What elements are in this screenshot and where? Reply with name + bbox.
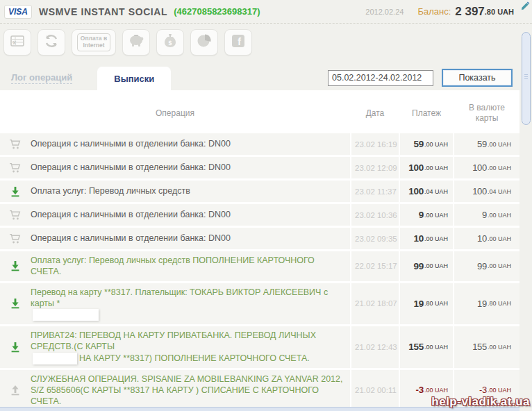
payment-amount: 155.00 UAH xyxy=(400,326,454,368)
payment-amount: 100.04 UAH xyxy=(400,181,454,202)
internet-payment-icon: Оплата вInternet xyxy=(77,33,110,51)
operation-datetime: 22.02 15:17 xyxy=(351,251,400,281)
operation-datetime: 21.02 18:07 xyxy=(351,283,400,325)
toolbar: X Оплата вInternet $ f xyxy=(0,24,532,58)
operation-description: Операция с наличными в отделении банка: … xyxy=(31,204,351,226)
card-currency-amount: 100.00 UAH xyxy=(454,157,519,178)
redaction-box xyxy=(33,309,99,321)
operation-description: СЛУЖЕБНАЯ ОПЕРАЦИЯ. SPISANIE ZA MOBILEBA… xyxy=(31,370,351,411)
money-bag-button[interactable]: $ xyxy=(156,29,184,56)
card-number: (4627085823698317) xyxy=(174,6,260,17)
refresh-icon xyxy=(43,33,60,51)
operation-datetime: 23.02 10:36 xyxy=(351,204,400,226)
header: VISA WSMVE INSTANT SOCIAL (4627085823698… xyxy=(0,0,532,24)
svg-text:f: f xyxy=(238,36,241,47)
operation-datetime: 23.02 12:09 xyxy=(351,157,400,178)
card-currency-amount: 10.00 UAH xyxy=(454,228,519,249)
svg-text:X: X xyxy=(13,40,17,46)
statement-table: Операция Дата Платеж В валюте карты Опер… xyxy=(0,90,519,411)
card-currency-amount: 59.00 UAH xyxy=(454,133,519,155)
operation-datetime: 23.02 16:19 xyxy=(351,133,400,155)
tabs-row: Лог операций Выписки Показать xyxy=(0,65,532,90)
piggy-bank-button[interactable] xyxy=(122,29,150,56)
facebook-button[interactable]: f xyxy=(224,29,252,56)
card-currency-amount: 100.04 UAH xyxy=(454,181,519,202)
table-row[interactable]: Операция с наличными в отделении банка: … xyxy=(0,133,519,155)
visa-logo: VISA xyxy=(4,5,32,19)
cart-icon xyxy=(0,157,31,178)
card-currency-amount: 9.00 UAH xyxy=(454,204,519,226)
table-row[interactable]: Операция с наличными в отделении банка: … xyxy=(0,157,519,178)
column-header-card-currency: В валюте карты xyxy=(454,103,519,124)
watermark: help-vladik.at.ua xyxy=(431,395,530,409)
table-row[interactable]: Перевод на карту **8317. Плательщик: ТОК… xyxy=(0,283,519,325)
table-row[interactable]: Оплата услуг: Перевод личных средств 23.… xyxy=(0,181,519,202)
operation-description: Перевод на карту **8317. Плательщик: ТОК… xyxy=(31,283,351,325)
balance-value: 2 397 xyxy=(455,5,485,19)
show-button[interactable]: Показать xyxy=(442,69,513,87)
column-header-date: Дата xyxy=(351,108,400,118)
card-statement-page: VISA WSMVE INSTANT SOCIAL (4627085823698… xyxy=(0,0,532,411)
edit-icon[interactable] xyxy=(520,1,530,11)
table-row[interactable]: Операция с наличными в отделении банка: … xyxy=(0,228,519,249)
tab-statements[interactable]: Выписки xyxy=(97,67,171,90)
refresh-button[interactable] xyxy=(38,29,65,56)
operation-description: Операция с наличными в отделении банка: … xyxy=(31,157,351,178)
pie-chart-button[interactable] xyxy=(190,29,218,56)
operation-datetime: 21.02 12:43 xyxy=(351,326,400,368)
transactions-list: Операция с наличными в отделении банка: … xyxy=(0,133,519,411)
operation-description: Оплата услуг: Перевод личных средств ПОП… xyxy=(31,251,351,281)
arrow-down-icon xyxy=(0,283,31,325)
piggy-bank-icon xyxy=(127,33,145,51)
excel-export-button[interactable]: X xyxy=(3,29,31,56)
column-header-payment: Платеж xyxy=(400,108,454,118)
payment-amount: 59.00 UAH xyxy=(400,133,454,155)
vertical-scrollbar-thumb[interactable] xyxy=(522,32,531,125)
table-row[interactable]: Оплата услуг: Перевод личных средств ПОП… xyxy=(0,251,519,281)
column-header-operation: Операция xyxy=(0,108,351,118)
operation-description: ПРИВАТ24: ПЕРЕВОД НА КАРТУ ПРИВАТБАНКА. … xyxy=(31,326,351,368)
internet-payment-button[interactable]: Оплата вInternet xyxy=(72,29,116,56)
table-row[interactable]: ПРИВАТ24: ПЕРЕВОД НА КАРТУ ПРИВАТБАНКА. … xyxy=(0,326,519,368)
table-row[interactable]: Операция с наличными в отделении банка: … xyxy=(0,204,519,226)
card-name: WSMVE INSTANT SOCIAL xyxy=(39,6,167,17)
arrow-up-icon xyxy=(0,370,31,411)
current-date: 2012.02.24 xyxy=(365,8,404,16)
operation-datetime: 23.02 09:35 xyxy=(351,228,400,249)
operation-description: Оплата услуг: Перевод личных средств xyxy=(31,181,351,202)
pie-chart-icon xyxy=(196,33,213,51)
payment-amount: 100.00 UAH xyxy=(400,157,454,178)
cart-icon xyxy=(0,228,31,249)
operation-datetime: 21.02 00:11 xyxy=(351,370,400,411)
arrow-down-icon xyxy=(0,181,31,202)
payment-amount: 10.00 UAH xyxy=(400,228,454,249)
balance-fraction: .80 UAH xyxy=(485,8,514,16)
arrow-down-icon xyxy=(0,326,31,368)
redaction-box xyxy=(33,353,77,364)
money-bag-icon: $ xyxy=(162,33,178,52)
operation-datetime: 23.02 11:37 xyxy=(351,181,400,202)
tab-operations-log[interactable]: Лог операций xyxy=(11,72,72,84)
card-currency-amount: 19.80 UAH xyxy=(454,283,519,325)
cart-icon xyxy=(0,204,31,226)
card-currency-amount: 155.00 UAH xyxy=(454,326,519,368)
cart-icon xyxy=(0,133,31,155)
card-currency-amount: 99.00 UAH xyxy=(454,251,519,281)
operation-description: Операция с наличными в отделении банка: … xyxy=(31,228,351,249)
payment-amount: 19.80 UAH xyxy=(400,283,454,325)
arrow-down-icon xyxy=(0,251,31,281)
payment-amount: 9.00 UAH xyxy=(400,204,454,226)
table-header: Операция Дата Платеж В валюте карты xyxy=(0,90,519,133)
svg-text:$: $ xyxy=(168,40,172,47)
date-range-input[interactable] xyxy=(328,70,433,86)
operation-description: Операция с наличными в отделении банка: … xyxy=(31,133,351,155)
excel-export-icon: X xyxy=(10,34,25,51)
date-filter: Показать xyxy=(328,69,532,87)
facebook-icon: f xyxy=(231,33,246,51)
payment-amount: 99.00 UAH xyxy=(400,251,454,281)
balance-label: Баланс: xyxy=(417,6,451,17)
